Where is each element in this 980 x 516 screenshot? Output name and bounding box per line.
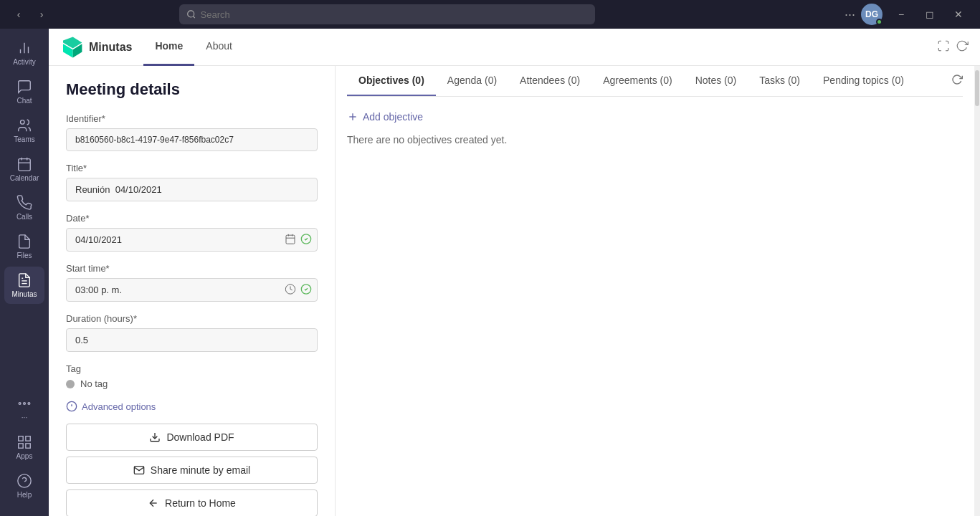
tab-attendees[interactable]: Attendees (0) [508,66,591,96]
svg-point-10 [24,403,26,405]
sidebar-item-activity[interactable]: Activity [4,34,44,72]
tab-agenda[interactable]: Agenda (0) [436,66,508,96]
sidebar-item-apps[interactable]: Apps [4,429,44,466]
refresh-tab-button[interactable] [951,74,963,88]
calendar-input-icon[interactable] [285,233,296,247]
tab-agreements[interactable]: Agreements (0) [591,66,683,96]
avatar[interactable]: DG [861,4,883,25]
sidebar-item-calls[interactable]: Calls [4,189,44,226]
empty-objectives-message: There are no objectives created yet. [347,134,963,145]
sidebar-label-calls: Calls [16,213,32,221]
return-home-button[interactable]: Return to Home [66,489,318,516]
return-home-label: Return to Home [165,497,236,509]
tag-group: Tag No tag [66,363,318,389]
app-name: Minutas [89,41,132,54]
minutas-icon [16,272,32,288]
search-bar[interactable] [179,4,595,24]
nav-tab-home[interactable]: Home [143,29,194,66]
svg-rect-14 [26,444,30,448]
sidebar-item-calendar[interactable]: Calendar [4,150,44,188]
date-group: Date* [66,213,318,252]
advanced-options-label: Advanced options [82,401,156,412]
time-check-circle-icon [300,283,312,295]
duration-input[interactable] [66,328,318,352]
tag-label: Tag [66,363,318,374]
svg-line-1 [193,16,194,18]
start-time-input[interactable] [66,278,318,302]
start-time-label: Start time* [66,263,318,274]
sidebar-label-apps: Apps [16,452,33,460]
sidebar-item-minutas[interactable]: Minutas [4,267,44,304]
svg-rect-3 [19,159,31,171]
status-dot [876,19,883,25]
sidebar-item-teams[interactable]: Teams [4,112,44,149]
duration-group: Duration (hours)* [66,313,318,352]
main-panel: Meeting details Identifier* Title* Date* [49,66,980,516]
maximize-button[interactable]: ◻ [917,4,943,24]
content-area: Minutas Home About Meeting details [49,29,980,516]
tag-value: No tag [80,378,108,389]
sidebar-item-chat[interactable]: Chat [4,73,44,110]
logo-icon [60,36,83,59]
tab-objectives[interactable]: Objectives (0) [347,66,436,96]
sidebar: Activity Chat Teams Calendar Calls Files… [0,29,49,516]
sidebar-label-calendar: Calendar [10,174,39,182]
tab-pending[interactable]: Pending topics (0) [812,66,915,96]
svg-point-0 [188,11,194,17]
sidebar-item-more[interactable]: ··· [4,390,44,427]
title-label: Title* [66,163,318,173]
help-icon [16,473,32,489]
calendar-icon [16,156,32,172]
sidebar-item-files[interactable]: Files [4,228,44,265]
sidebar-label-activity: Activity [13,58,36,66]
close-button[interactable]: ✕ [946,4,971,24]
svg-point-9 [19,403,21,405]
calendar-mini-icon [285,233,296,244]
tab-tasks[interactable]: Tasks (0) [748,66,812,96]
svg-point-2 [21,120,25,125]
svg-rect-15 [19,444,23,448]
expand-button[interactable] [937,39,950,55]
share-email-button[interactable]: Share minute by email [66,457,318,484]
more-button[interactable]: ··· [845,7,855,22]
time-check-icon [300,283,312,297]
time-icons [285,283,312,297]
sidebar-label-files: Files [16,252,32,259]
sidebar-item-help[interactable]: Help [4,467,44,505]
nav-tab-about[interactable]: About [194,29,244,66]
clock-icon[interactable] [285,283,296,297]
tab-bar: Objectives (0) Agenda (0) Attendees (0) … [347,66,963,97]
minimize-button[interactable]: − [888,4,914,24]
title-input[interactable] [66,178,318,201]
more-icon [16,396,32,411]
download-pdf-button[interactable]: Download PDF [66,424,318,451]
expand-icon [937,39,950,52]
date-input-wrapper [66,228,318,252]
svg-point-16 [18,474,31,487]
form-panel: Meeting details Identifier* Title* Date* [49,66,336,516]
scrollbar-thumb [975,70,979,106]
advanced-options[interactable]: Advanced options [66,401,318,412]
svg-point-11 [28,403,30,405]
app-header: Minutas Home About [49,29,980,66]
right-panel: Objectives (0) Agenda (0) Attendees (0) … [336,66,974,516]
tab-notes[interactable]: Notes (0) [684,66,748,96]
identifier-group: Identifier* [66,113,318,151]
right-scrollbar[interactable] [974,66,980,516]
identifier-input[interactable] [66,128,318,151]
search-icon [186,9,196,19]
duration-label: Duration (hours)* [66,313,318,324]
check-circle-icon [300,233,312,244]
apps-icon [16,434,32,450]
sidebar-label-help: Help [17,491,32,499]
date-input[interactable] [66,228,318,252]
tag-color-dot [66,380,75,388]
search-input[interactable] [201,9,588,20]
add-objective-button[interactable]: Add objective [347,108,423,125]
refresh-header-icon [956,39,969,52]
back-button[interactable]: ‹ [9,4,29,24]
navigation-arrows: ‹ › [9,4,52,24]
forward-button[interactable]: › [32,4,52,24]
refresh-header-button[interactable] [956,39,969,55]
chat-icon [16,79,32,95]
